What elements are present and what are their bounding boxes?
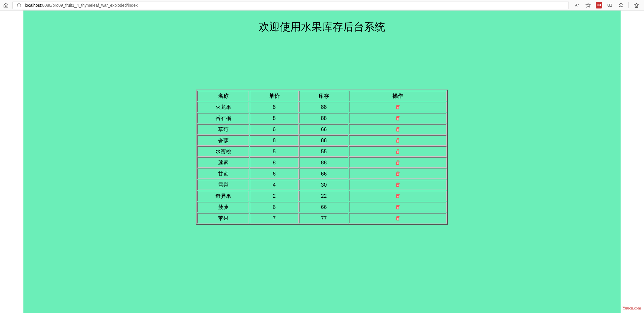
cell-price: 8 bbox=[250, 135, 299, 146]
home-button[interactable] bbox=[2, 2, 9, 9]
cell-name: 奇异果 bbox=[197, 191, 249, 201]
cell-action bbox=[349, 191, 447, 201]
cell-name: 莲雾 bbox=[197, 157, 249, 168]
cell-name: 甘蔗 bbox=[197, 168, 249, 179]
cell-stock: 88 bbox=[299, 113, 348, 123]
table-row: 水蜜桃555 bbox=[197, 146, 447, 157]
cell-price: 8 bbox=[250, 113, 299, 123]
cell-action bbox=[349, 135, 447, 146]
cell-price: 8 bbox=[250, 102, 299, 112]
cell-name: 苹果 bbox=[197, 213, 249, 223]
cell-name: 火龙果 bbox=[197, 102, 249, 112]
trash-icon[interactable] bbox=[395, 126, 401, 133]
url-text: localhost:8080/pro09_fruit1_4_thymeleaf_… bbox=[25, 3, 138, 8]
table-row: 番石榴888 bbox=[197, 113, 447, 123]
svg-rect-6 bbox=[396, 106, 399, 109]
cell-action bbox=[349, 157, 447, 168]
cell-name: 草莓 bbox=[197, 124, 249, 135]
table-row: 香蕉888 bbox=[197, 135, 447, 146]
table-row: 奇异果222 bbox=[197, 191, 447, 201]
collections-icon[interactable] bbox=[606, 2, 613, 9]
cell-name: 水蜜桃 bbox=[197, 146, 249, 157]
trash-icon[interactable] bbox=[395, 159, 401, 166]
cell-action bbox=[349, 102, 447, 112]
ublock-icon[interactable]: uO bbox=[596, 2, 602, 8]
cell-stock: 88 bbox=[299, 102, 348, 112]
fruit-table: 名称 单价 库存 操作 火龙果888 番石榴888 草莓666 bbox=[196, 90, 448, 225]
cell-stock: 55 bbox=[299, 146, 348, 157]
read-aloud-icon[interactable]: Aᵃ bbox=[573, 2, 580, 9]
cell-action bbox=[349, 180, 447, 190]
url-host: localhost bbox=[25, 3, 41, 8]
cell-stock: 66 bbox=[299, 124, 348, 135]
cell-action bbox=[349, 168, 447, 179]
trash-icon[interactable] bbox=[395, 115, 401, 121]
cell-stock: 66 bbox=[299, 202, 348, 212]
trash-icon[interactable] bbox=[395, 193, 401, 199]
trash-icon[interactable] bbox=[395, 215, 401, 221]
cell-name: 雪梨 bbox=[197, 180, 249, 190]
col-name: 名称 bbox=[197, 91, 249, 101]
trash-icon[interactable] bbox=[395, 148, 401, 155]
table-header-row: 名称 单价 库存 操作 bbox=[197, 91, 447, 101]
toolbar-right: Aᵃ uO bbox=[572, 2, 642, 9]
url-port: :8080 bbox=[41, 3, 51, 8]
table-row: 菠萝666 bbox=[197, 202, 447, 212]
extensions-icon[interactable] bbox=[617, 2, 624, 9]
cell-stock: 77 bbox=[299, 213, 348, 223]
col-price: 单价 bbox=[250, 91, 299, 101]
trash-icon[interactable] bbox=[395, 104, 401, 110]
cell-action bbox=[349, 213, 447, 223]
table-row: 莲雾888 bbox=[197, 157, 447, 168]
svg-rect-3 bbox=[608, 4, 609, 6]
cell-name: 香蕉 bbox=[197, 135, 249, 146]
toolbar-divider bbox=[628, 2, 629, 8]
cell-name: 番石榴 bbox=[197, 113, 249, 123]
page-title: 欢迎使用水果库存后台系统 bbox=[23, 20, 621, 34]
svg-rect-24 bbox=[396, 173, 399, 176]
cell-price: 6 bbox=[250, 168, 299, 179]
cell-price: 2 bbox=[250, 191, 299, 201]
cell-action bbox=[349, 146, 447, 157]
table-row: 火龙果888 bbox=[197, 102, 447, 112]
favorite-icon[interactable] bbox=[585, 2, 592, 9]
trash-icon[interactable] bbox=[395, 182, 401, 188]
browser-toolbar: localhost:8080/pro09_fruit1_4_thymeleaf_… bbox=[0, 0, 644, 11]
site-info-icon[interactable] bbox=[16, 2, 23, 9]
svg-rect-36 bbox=[396, 217, 399, 221]
cell-stock: 88 bbox=[299, 135, 348, 146]
cell-stock: 88 bbox=[299, 157, 348, 168]
trash-icon[interactable] bbox=[395, 171, 401, 177]
main-container: 欢迎使用水果库存后台系统 名称 单价 库存 操作 火龙果888 番石榴888 bbox=[23, 11, 621, 313]
cell-price: 6 bbox=[250, 124, 299, 135]
table-row: 草莓666 bbox=[197, 124, 447, 135]
svg-rect-21 bbox=[396, 162, 399, 165]
svg-rect-4 bbox=[610, 4, 612, 6]
cell-stock: 66 bbox=[299, 168, 348, 179]
svg-rect-12 bbox=[396, 128, 399, 132]
svg-rect-18 bbox=[396, 151, 399, 154]
cell-price: 4 bbox=[250, 180, 299, 190]
svg-rect-33 bbox=[396, 206, 399, 209]
cell-price: 5 bbox=[250, 146, 299, 157]
cell-price: 6 bbox=[250, 202, 299, 212]
address-bar[interactable]: localhost:8080/pro09_fruit1_4_thymeleaf_… bbox=[12, 1, 569, 9]
cell-action bbox=[349, 202, 447, 212]
watermark: Yuucn.com bbox=[623, 306, 641, 311]
fruit-table-wrap: 名称 单价 库存 操作 火龙果888 番石榴888 草莓666 bbox=[196, 90, 448, 225]
svg-rect-9 bbox=[396, 117, 399, 121]
cell-price: 7 bbox=[250, 213, 299, 223]
cell-action bbox=[349, 113, 447, 123]
cell-stock: 22 bbox=[299, 191, 348, 201]
favorites-list-icon[interactable] bbox=[633, 2, 640, 9]
svg-rect-15 bbox=[396, 140, 399, 143]
cell-price: 8 bbox=[250, 157, 299, 168]
cell-name: 菠萝 bbox=[197, 202, 249, 212]
trash-icon[interactable] bbox=[395, 137, 401, 144]
table-row: 雪梨430 bbox=[197, 180, 447, 190]
cell-stock: 30 bbox=[299, 180, 348, 190]
trash-icon[interactable] bbox=[395, 204, 401, 210]
table-row: 苹果777 bbox=[197, 213, 447, 223]
cell-action bbox=[349, 124, 447, 135]
table-row: 甘蔗666 bbox=[197, 168, 447, 179]
